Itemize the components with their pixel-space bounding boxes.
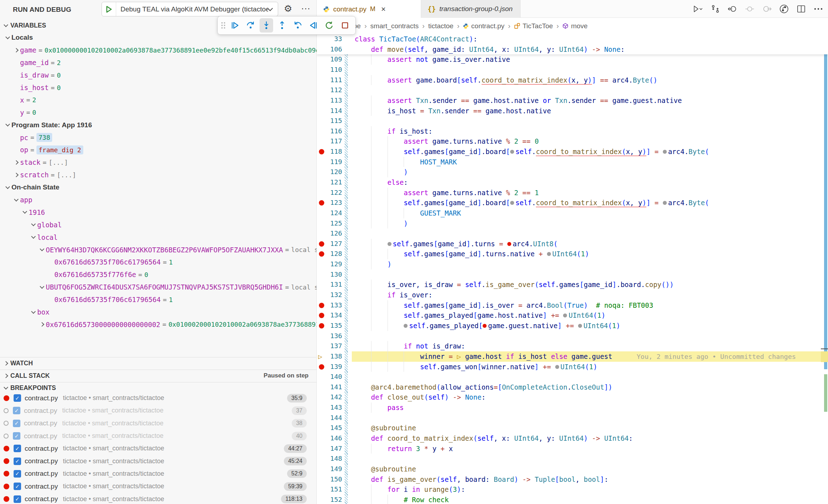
stop-icon[interactable] bbox=[338, 18, 352, 33]
source-control-graph-icon[interactable] bbox=[779, 4, 789, 14]
split-editor-icon[interactable] bbox=[796, 4, 806, 14]
breakpoint-checkbox[interactable]: ✓ bbox=[13, 432, 20, 440]
chevron-down-icon[interactable] bbox=[31, 234, 36, 239]
breakpoint-row[interactable]: ✓contract.pytictactoe • smart_contracts/… bbox=[0, 430, 317, 442]
breakpoint-checkbox[interactable]: ✓ bbox=[14, 394, 21, 402]
chevron-right-icon[interactable] bbox=[40, 322, 44, 327]
breakpoint-row[interactable]: ✓contract.pytictactoe • smart_contracts/… bbox=[0, 404, 317, 417]
breakpoint-checkbox[interactable]: ✓ bbox=[14, 470, 21, 478]
breakpoint-checkbox[interactable]: ✓ bbox=[14, 495, 21, 503]
continue-icon[interactable] bbox=[228, 18, 242, 33]
variable-row-scratch[interactable]: scratch=[...] bbox=[0, 169, 317, 181]
variable-row-0x67616d65730000000000000002[interactable]: 0x67616d65730000000000000002=0x010002000… bbox=[0, 318, 317, 331]
variable-row-local[interactable]: local bbox=[0, 231, 317, 243]
inactive-circle-icon[interactable] bbox=[745, 4, 754, 14]
inline-breakpoint-candidate-icon[interactable] bbox=[404, 324, 408, 328]
line-number[interactable]: 112 bbox=[317, 85, 342, 95]
step-back-icon[interactable] bbox=[291, 18, 305, 33]
more-actions-icon[interactable]: ··· bbox=[301, 3, 310, 14]
variable-row-0x67616d65735f706c61796564[interactable]: 0x67616d65735f706c61796564=1 bbox=[0, 293, 317, 306]
variable-row-0x67616d65735f776f6e[interactable]: 0x67616d65735f776f6e=0 bbox=[0, 268, 317, 281]
chevron-down-icon[interactable] bbox=[5, 35, 10, 39]
call-stack-section-header[interactable]: CALL STACK Paused on step bbox=[0, 370, 316, 381]
inline-breakpoint-candidate-icon[interactable] bbox=[663, 150, 667, 154]
breakpoint-row[interactable]: ✓contract.pytictactoe • smart_contracts/… bbox=[0, 468, 317, 480]
chevron-right-icon[interactable] bbox=[14, 160, 19, 165]
inline-breakpoint-candidate-icon[interactable] bbox=[510, 150, 514, 154]
chevron-down-icon[interactable] bbox=[31, 309, 36, 314]
chevron-down-icon[interactable] bbox=[40, 284, 44, 289]
breakpoint-row[interactable]: ✓contract.pytictactoe • smart_contracts/… bbox=[0, 417, 317, 430]
breadcrumb-item[interactable]: TicTacToe bbox=[523, 22, 553, 30]
chevron-down-icon[interactable] bbox=[5, 122, 10, 127]
chevron-down-icon[interactable] bbox=[31, 222, 36, 226]
inline-breakpoint-icon[interactable] bbox=[483, 324, 487, 328]
run-or-debug-icon[interactable] bbox=[693, 4, 703, 14]
variable-row-game-id[interactable]: game_id=2 bbox=[0, 56, 317, 69]
variable-row-1916[interactable]: 1916 bbox=[0, 206, 317, 218]
line-number[interactable]: 126 bbox=[317, 228, 342, 239]
breadcrumb-item[interactable]: smart_contracts bbox=[370, 22, 419, 30]
variable-row-program-state-app-1916[interactable]: Program State: App 1916 bbox=[0, 119, 317, 131]
variable-row-app[interactable]: app bbox=[0, 194, 317, 206]
chevron-down-icon[interactable] bbox=[23, 209, 27, 214]
restart-icon[interactable] bbox=[322, 18, 336, 33]
breakpoint-checkbox[interactable]: ✓ bbox=[14, 483, 21, 490]
step-forward-circle-icon[interactable] bbox=[762, 4, 772, 14]
inline-breakpoint-candidate-icon[interactable] bbox=[555, 365, 559, 369]
line-number[interactable]: 148 bbox=[317, 454, 342, 464]
chevron-down-icon[interactable] bbox=[14, 197, 19, 202]
breakpoint-checkbox[interactable]: ✓ bbox=[14, 445, 21, 452]
close-icon[interactable]: × bbox=[381, 5, 386, 14]
variable-row-op[interactable]: op=frame_dig 2 bbox=[0, 144, 317, 156]
start-debug-icon[interactable] bbox=[102, 2, 116, 16]
chevron-right-icon[interactable] bbox=[14, 48, 19, 53]
variable-row-is-host[interactable]: is_host=0 bbox=[0, 81, 317, 94]
drag-grip[interactable] bbox=[221, 22, 225, 29]
line-number[interactable]: 115 bbox=[317, 116, 342, 126]
variable-row-stack[interactable]: stack=[...] bbox=[0, 156, 317, 169]
variable-row-game[interactable]: game=0x010000000102010002a0693878ae37736… bbox=[0, 44, 317, 56]
inline-breakpoint-candidate-icon[interactable] bbox=[388, 242, 391, 246]
more-actions-icon[interactable] bbox=[813, 4, 823, 14]
open-changes-icon[interactable] bbox=[710, 4, 720, 14]
variable-row-global[interactable]: global bbox=[0, 218, 317, 231]
breakpoint-row[interactable]: ✓contract.pytictactoe • smart_contracts/… bbox=[0, 493, 317, 504]
breadcrumb-item[interactable]: move bbox=[571, 22, 587, 30]
chevron-right-icon[interactable] bbox=[14, 173, 19, 177]
breadcrumb-item[interactable]: tictactoe bbox=[428, 22, 454, 30]
inline-breakpoint-icon[interactable] bbox=[507, 242, 511, 246]
inline-breakpoint-candidate-icon[interactable] bbox=[547, 252, 551, 256]
line-number[interactable]: 110 bbox=[317, 65, 342, 75]
breakpoint-checkbox[interactable]: ✓ bbox=[14, 458, 21, 465]
breakpoint-checkbox[interactable]: ✓ bbox=[13, 420, 20, 427]
line-number[interactable]: 130 bbox=[317, 270, 342, 280]
inline-breakpoint-candidate-icon[interactable] bbox=[510, 201, 514, 205]
line-number[interactable]: 144 bbox=[317, 413, 342, 423]
breakpoint-checkbox[interactable]: ✓ bbox=[13, 407, 20, 414]
variable-row-0x67616d65735f706c61796564[interactable]: 0x67616d65735f706c61796564=1 bbox=[0, 256, 317, 268]
chevron-down-icon[interactable] bbox=[5, 184, 10, 189]
step-back-circle-icon[interactable] bbox=[728, 4, 737, 14]
step-into-icon[interactable] bbox=[260, 18, 273, 33]
line-number[interactable]: 136 bbox=[317, 331, 342, 341]
variable-row-is-draw[interactable]: is_draw=0 bbox=[0, 69, 317, 81]
scrollbar-overview-ruler[interactable] bbox=[821, 34, 828, 504]
breakpoint-row[interactable]: ✓contract.pytictactoe • smart_contracts/… bbox=[0, 392, 317, 404]
variable-row-oeywy64h3d7qk6kcgg6nm2xkkotzb6begz2p6vaw[interactable]: OEYWY64H3D7QK6KCGG6NM2XKKOTZB6BEGZ2P6VAW… bbox=[0, 243, 317, 256]
variable-row-pc[interactable]: pc=738 bbox=[0, 131, 317, 144]
breakpoint-row[interactable]: ✓contract.pytictactoe • smart_contracts/… bbox=[0, 480, 317, 493]
variable-row-x[interactable]: x=2 bbox=[0, 94, 317, 106]
step-over-icon[interactable] bbox=[244, 18, 257, 33]
reverse-continue-icon[interactable] bbox=[307, 18, 320, 33]
line-number[interactable]: 140 bbox=[317, 372, 342, 382]
variable-row-on-chain-state[interactable]: On-chain State bbox=[0, 181, 317, 194]
watch-section-header[interactable]: WATCH bbox=[0, 358, 316, 369]
inline-breakpoint-candidate-icon[interactable] bbox=[578, 324, 582, 328]
tab-contract-py[interactable]: contract.py M × bbox=[317, 0, 421, 18]
inline-breakpoint-candidate-icon[interactable] bbox=[663, 201, 667, 205]
breadcrumb-item[interactable]: contract.py bbox=[471, 22, 504, 30]
variable-row-y[interactable]: y=0 bbox=[0, 106, 317, 119]
variable-row-ubutq6fog5zwrci64dusx7sa6fogmuj7stnqvpaj[interactable]: UBUTQ6FOG5ZWRCI64DUSX7SA6FOGMUJ7STNQVPAJ… bbox=[0, 281, 317, 293]
step-out-icon[interactable] bbox=[275, 18, 289, 33]
